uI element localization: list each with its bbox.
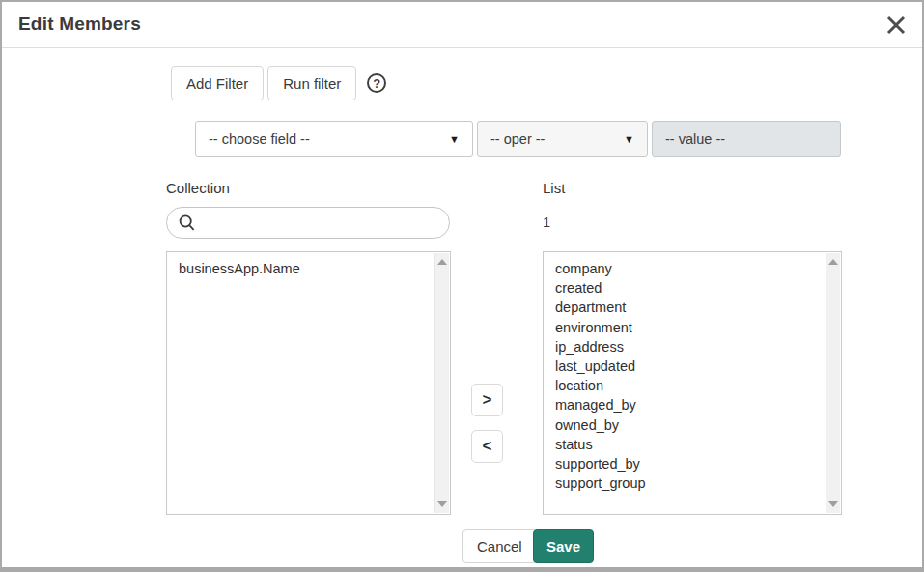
list-scrollbar[interactable] — [826, 253, 840, 513]
scroll-down-icon[interactable] — [437, 501, 447, 507]
collection-items: businessApp.Name — [167, 259, 434, 278]
list-item[interactable]: supported_by — [544, 454, 826, 473]
choose-field-value: -- choose field -- — [209, 131, 310, 147]
collection-listbox[interactable]: businessApp.Name — [166, 251, 451, 515]
scroll-down-icon[interactable] — [828, 501, 838, 507]
list-item[interactable]: owned_by — [544, 415, 826, 435]
list-item[interactable]: ip_address — [544, 337, 826, 357]
list-item[interactable]: businessApp.Name — [167, 259, 434, 278]
chevron-down-icon: ▼ — [624, 133, 634, 145]
close-button[interactable] — [882, 12, 910, 41]
list-listbox[interactable]: companycreateddepartmentenvironmentip_ad… — [543, 251, 842, 515]
list-item[interactable]: department — [544, 298, 826, 317]
list-item[interactable]: support_group — [544, 473, 826, 493]
list-count: 1 — [543, 214, 550, 230]
list-item[interactable]: status — [544, 435, 826, 454]
dialog-title: Edit Members — [18, 14, 141, 35]
chevron-down-icon: ▼ — [449, 133, 460, 145]
scroll-up-icon[interactable] — [437, 259, 447, 265]
cancel-button[interactable]: Cancel — [462, 529, 537, 563]
value-input[interactable] — [652, 121, 841, 157]
filter-toolbar: Add Filter Run filter ? — [171, 66, 386, 100]
list-items: companycreateddepartmentenvironmentip_ad… — [544, 259, 826, 493]
collection-search — [166, 207, 450, 239]
run-filter-button[interactable]: Run filter — [267, 66, 356, 100]
list-item[interactable]: company — [544, 259, 826, 278]
help-icon[interactable]: ? — [367, 73, 386, 93]
scroll-up-icon[interactable] — [828, 259, 838, 265]
dialog-header: Edit Members — [2, 2, 922, 48]
collection-scrollbar[interactable] — [434, 253, 449, 513]
list-item[interactable]: environment — [544, 318, 826, 337]
search-icon — [178, 214, 197, 233]
close-icon — [885, 14, 907, 39]
edit-members-dialog: Edit Members Add Filter Run filter ? -- … — [0, 0, 924, 572]
choose-field-select[interactable]: -- choose field -- ▼ — [195, 121, 473, 157]
collection-label: Collection — [166, 180, 230, 196]
save-button[interactable]: Save — [533, 529, 594, 563]
search-input[interactable] — [197, 208, 449, 238]
add-filter-button[interactable]: Add Filter — [171, 66, 264, 100]
list-item[interactable]: location — [544, 376, 826, 395]
list-item[interactable]: managed_by — [544, 395, 826, 415]
move-left-button[interactable]: < — [471, 430, 503, 463]
operator-select[interactable]: -- oper -- ▼ — [477, 121, 648, 157]
operator-value: -- oper -- — [490, 131, 545, 147]
list-label: List — [543, 180, 565, 196]
list-item[interactable]: created — [544, 278, 826, 298]
move-right-button[interactable]: > — [471, 384, 503, 416]
list-item[interactable]: last_updated — [544, 357, 826, 376]
